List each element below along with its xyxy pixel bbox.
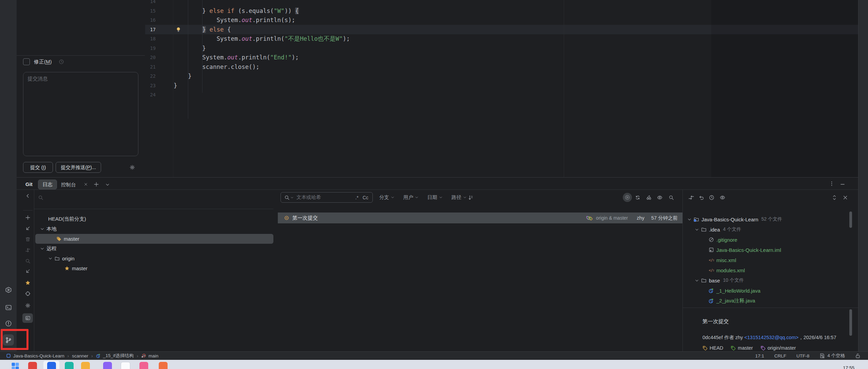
tab-console-label: 控制台 bbox=[61, 182, 76, 187]
encoding[interactable]: UTF-8 bbox=[796, 353, 809, 358]
toolwindow-button-problems[interactable] bbox=[3, 318, 14, 329]
taskbar-app-app-teal[interactable] bbox=[65, 362, 74, 369]
breadcrumb-item-main[interactable]: mmain bbox=[141, 353, 158, 358]
filter-日期[interactable]: 日期 bbox=[427, 194, 443, 201]
branch-row-master[interactable]: master bbox=[34, 263, 275, 273]
scrollbar[interactable] bbox=[849, 309, 852, 336]
gutter-line-number[interactable]: 23 bbox=[145, 81, 156, 91]
filter-分支[interactable]: 分支 bbox=[379, 194, 394, 201]
navigate-current-icon[interactable] bbox=[25, 291, 31, 296]
log-search-field[interactable]: 文本或哈希 .* Cc bbox=[281, 192, 373, 203]
file-row-.gitignore[interactable]: .gitignore bbox=[682, 235, 852, 245]
chevron-down-icon[interactable] bbox=[40, 227, 44, 231]
file-row-misc.xml[interactable]: </>misc.xml bbox=[682, 255, 852, 265]
panel-options-kebab-icon[interactable] bbox=[829, 181, 834, 186]
filter-路径[interactable]: 路径 bbox=[451, 194, 467, 201]
gutter-line-number[interactable]: 22 bbox=[145, 72, 156, 81]
taskbar-app-start[interactable] bbox=[11, 362, 20, 369]
gutter-line-number[interactable]: 21 bbox=[145, 62, 156, 72]
commit-list-row[interactable]: 第一次提交 origin & master zhy 57 分钟之前 bbox=[278, 213, 682, 223]
chevron-down-icon[interactable] bbox=[40, 246, 44, 251]
file-row-_2_java注释.java[interactable]: _2_java注释.java bbox=[682, 296, 852, 306]
taskbar-app-app-pink[interactable] bbox=[139, 362, 148, 369]
tab-close-icon[interactable] bbox=[84, 182, 88, 186]
refresh-icon[interactable] bbox=[635, 195, 640, 200]
hide-branches-chevron-icon[interactable] bbox=[25, 193, 31, 199]
branch-row-master[interactable]: master bbox=[34, 234, 275, 244]
find-icon[interactable] bbox=[25, 258, 31, 264]
file-name: misc.xml bbox=[716, 257, 736, 263]
caret-position[interactable]: 17:1 bbox=[755, 353, 764, 358]
new-branch-plus-icon[interactable] bbox=[25, 215, 31, 220]
new-tab-plus-icon[interactable] bbox=[94, 182, 99, 187]
commit-settings-gear-icon[interactable] bbox=[130, 165, 135, 170]
filter-用户[interactable]: 用户 bbox=[403, 194, 419, 201]
file-row-_1_HelloWorld.java[interactable]: _1_HelloWorld.java bbox=[682, 285, 852, 296]
commit-email-link[interactable]: <1315142532@qq.com> bbox=[744, 335, 798, 340]
taskbar-app-app-violet[interactable] bbox=[103, 362, 112, 369]
eye-icon[interactable] bbox=[657, 195, 662, 200]
go-to-hash-play-icon[interactable] bbox=[623, 193, 632, 202]
gutter-line-number[interactable]: 15 bbox=[145, 6, 156, 16]
file-row-.idea[interactable]: .idea4 个文件 bbox=[682, 224, 852, 235]
branch-row-远程[interactable]: 远程 bbox=[34, 244, 275, 254]
fetch-icon[interactable] bbox=[25, 247, 31, 253]
code-editor[interactable]: 1415161718192021222324 } else if (s.equa… bbox=[145, 0, 868, 177]
indent-setting[interactable]: 4 个空格 bbox=[819, 353, 845, 359]
file-row-base[interactable]: base10 个文件 bbox=[682, 275, 852, 285]
toolwindow-button-git[interactable] bbox=[3, 334, 14, 346]
tab-log[interactable]: 日志 bbox=[38, 180, 57, 189]
line-ending[interactable]: CRLF bbox=[774, 353, 786, 358]
taskbar-app-app-orange[interactable] bbox=[159, 362, 168, 369]
toolwindow-button-terminal[interactable] bbox=[3, 302, 14, 313]
settings-gear-icon[interactable] bbox=[25, 303, 31, 308]
commit-and-push-button[interactable]: 提交并推送(P)... bbox=[56, 162, 101, 173]
toolwindow-button-services[interactable] bbox=[3, 284, 14, 295]
breadcrumb-item-_15_if选择结构[interactable]: _15_if选择结构 bbox=[96, 353, 134, 359]
taskbar-app-app-active-blue[interactable] bbox=[47, 362, 56, 369]
delete-icon[interactable] bbox=[25, 237, 31, 242]
breadcrumb-item-scanner[interactable]: scanner bbox=[72, 353, 88, 358]
match-case-toggle[interactable]: Cc bbox=[363, 195, 368, 200]
diff-preview-icon[interactable] bbox=[25, 315, 31, 321]
chevron-down-icon[interactable] bbox=[48, 256, 53, 261]
chevron-down-icon[interactable] bbox=[695, 227, 699, 232]
taskbar-app-app-red[interactable] bbox=[28, 362, 37, 369]
gutter-line-number[interactable]: 17 bbox=[145, 25, 156, 35]
chevron-down-icon[interactable] bbox=[687, 217, 692, 222]
breadcrumb-item-Java-Basics-Quick-Learn[interactable]: Java-Basics-Quick-Learn bbox=[6, 353, 64, 358]
gutter-line-number[interactable]: 20 bbox=[145, 53, 156, 62]
gutter-line-number[interactable]: 24 bbox=[145, 90, 156, 100]
branch-row-HEAD(当前分支)[interactable]: HEAD(当前分支) bbox=[34, 214, 275, 224]
amend-checkbox[interactable] bbox=[23, 58, 30, 65]
gutter-line-number[interactable]: 18 bbox=[145, 34, 156, 44]
taskbar-app-app-amber[interactable] bbox=[81, 362, 90, 369]
commit-message-input[interactable]: 提交消息 bbox=[23, 72, 138, 156]
sort-icon[interactable] bbox=[468, 195, 474, 200]
branch-row-origin[interactable]: origin bbox=[34, 254, 275, 263]
unlock-icon[interactable] bbox=[855, 353, 861, 358]
tab-console[interactable]: 控制台 bbox=[61, 182, 76, 188]
intention-bulb-icon[interactable] bbox=[176, 27, 181, 32]
branch-row-本地[interactable]: 本地 bbox=[34, 224, 275, 234]
cherry-pick-icon[interactable] bbox=[646, 195, 652, 200]
gutter-line-number[interactable]: 19 bbox=[145, 44, 156, 53]
file-row-Java-Basics-Quick-Learn[interactable]: Java-Basics-Quick-Learn52 个文件 bbox=[682, 214, 852, 224]
regex-toggle[interactable]: .* bbox=[355, 195, 359, 200]
taskbar-clock[interactable]: 17:55 bbox=[843, 365, 854, 369]
file-row-Java-Basics-Quick-Learn.iml[interactable]: Java-Basics-Quick-Learn.iml bbox=[682, 245, 852, 255]
commit-history-icon[interactable] bbox=[59, 59, 64, 64]
favorites-star-icon[interactable] bbox=[25, 280, 31, 285]
scrollbar[interactable] bbox=[849, 211, 852, 228]
checkout-icon[interactable] bbox=[25, 226, 31, 231]
chevron-down-icon[interactable] bbox=[695, 278, 699, 283]
file-row-modules.xml[interactable]: </>modules.xml bbox=[682, 265, 852, 275]
taskbar-app-app-white[interactable] bbox=[121, 362, 130, 369]
gutter-line-number[interactable]: 16 bbox=[145, 16, 156, 25]
filter-search-icon[interactable] bbox=[669, 195, 674, 200]
commit-button[interactable]: 提交 (I) bbox=[23, 162, 53, 173]
gutter-line-number[interactable]: 14 bbox=[145, 0, 156, 6]
panel-minimize-icon[interactable] bbox=[840, 182, 845, 187]
tabs-chevron-down-icon[interactable] bbox=[105, 182, 110, 187]
go-to-hash-icon[interactable] bbox=[25, 269, 31, 274]
